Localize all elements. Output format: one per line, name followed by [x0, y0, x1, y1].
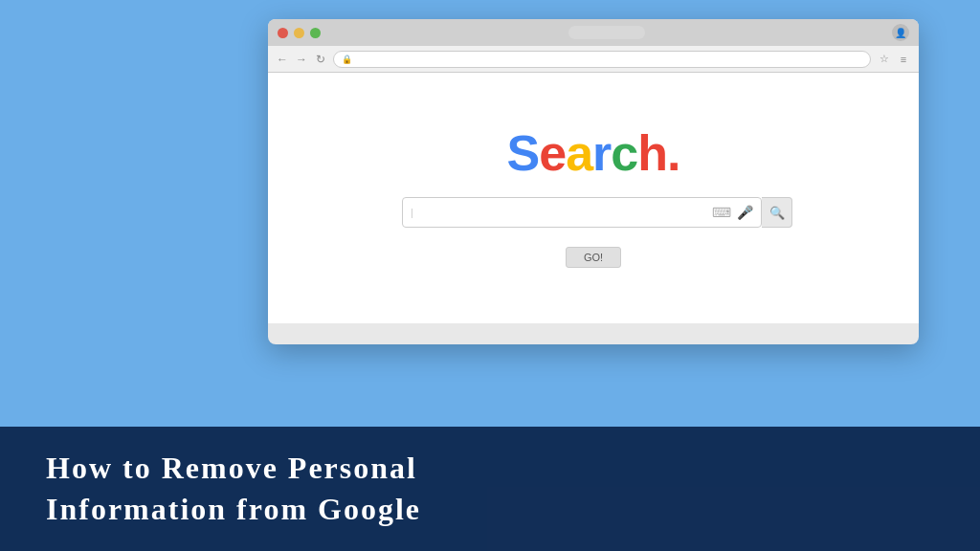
tab-placeholder	[568, 26, 645, 39]
browser-toolbar: ← → ↻ 🔒 ☆ ≡	[268, 46, 919, 73]
logo-letter-a: a	[566, 125, 592, 181]
logo-letter-s: S	[507, 125, 540, 181]
search-input[interactable]	[423, 198, 706, 227]
forward-button[interactable]: →	[295, 53, 308, 66]
banner-line2: Information from Google	[46, 489, 934, 530]
star-icon[interactable]: ☆	[877, 52, 892, 67]
search-logo: Search.	[507, 128, 680, 178]
user-avatar-icon: 👤	[892, 24, 909, 41]
browser-titlebar: 👤	[268, 19, 919, 46]
traffic-light-minimize[interactable]	[294, 28, 304, 38]
traffic-light-close[interactable]	[278, 28, 288, 38]
menu-icon[interactable]: ≡	[896, 52, 911, 67]
traffic-light-fullscreen[interactable]	[310, 28, 321, 38]
browser-content: Search. | ⌨ 🎤 🔍 GO!	[268, 73, 919, 323]
search-input-container[interactable]: | ⌨ 🎤	[402, 197, 762, 228]
bottom-banner: How to Remove Personal Information from …	[0, 427, 980, 551]
logo-letter-c: c	[611, 125, 637, 181]
back-button[interactable]: ←	[276, 53, 289, 66]
search-button[interactable]: 🔍	[762, 197, 792, 228]
go-button[interactable]: GO!	[566, 247, 621, 268]
address-bar[interactable]: 🔒	[333, 51, 871, 68]
refresh-button[interactable]: ↻	[314, 53, 327, 66]
keyboard-icon: ⌨	[712, 205, 731, 220]
logo-dot: .	[667, 125, 679, 181]
search-input-row: | ⌨ 🎤 🔍	[402, 197, 785, 228]
banner-line1: How to Remove Personal	[46, 448, 934, 489]
mic-icon[interactable]: 🎤	[737, 205, 753, 220]
logo-letter-r: r	[592, 125, 611, 181]
toolbar-actions: ☆ ≡	[877, 52, 911, 67]
logo-letter-h: h	[637, 125, 667, 181]
browser-window: 👤 ← → ↻ 🔒 ☆ ≡ Search. | ⌨ 🎤 🔍	[268, 19, 919, 344]
logo-letter-e: e	[539, 125, 566, 181]
